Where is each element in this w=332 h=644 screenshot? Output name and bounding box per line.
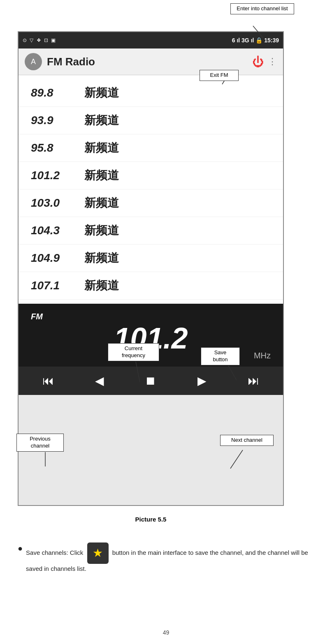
channel-item[interactable]: 89.8 新频道 bbox=[19, 79, 283, 107]
bullet-point: ● bbox=[18, 542, 23, 555]
channel-name: 新频道 bbox=[84, 168, 119, 183]
control-skip-back[interactable]: ⏮ bbox=[38, 374, 58, 388]
caption: Picture 5.5 bbox=[18, 516, 284, 523]
callout-previous-channel: Previouschannel bbox=[16, 434, 64, 452]
channel-freq: 95.8 bbox=[31, 141, 72, 155]
channel-item[interactable]: 93.9 新频道 bbox=[19, 107, 283, 134]
header-actions: ⏻ ⋮ bbox=[252, 55, 277, 69]
channel-name: 新频道 bbox=[84, 195, 119, 211]
status-bar-right: 6 ıl 3G ıl 🔒 15:39 bbox=[232, 37, 279, 44]
channel-item[interactable]: 107.1 新频道 bbox=[19, 272, 283, 300]
channel-freq: 104.9 bbox=[31, 252, 72, 265]
app-icon: A bbox=[25, 53, 42, 70]
status-bar: ⊙ ▽ ❖ ⊡ ▣ 6 ıl 3G ıl 🔒 15:39 bbox=[19, 32, 283, 48]
control-bar: ⏮◀⏹▶⏭ bbox=[19, 367, 283, 395]
channel-freq: 103.0 bbox=[31, 196, 72, 210]
control-skip-forward[interactable]: ⏭ bbox=[243, 374, 264, 388]
channel-item[interactable]: 103.0 新频道 bbox=[19, 189, 283, 217]
menu-button[interactable]: ⋮ bbox=[268, 56, 277, 67]
fm-label: FM bbox=[31, 312, 43, 321]
channel-name: 新频道 bbox=[84, 140, 119, 156]
control-next[interactable]: ▶ bbox=[192, 374, 212, 388]
callout-current-frequency: Currentfrequency bbox=[108, 343, 159, 361]
star-button-icon: ★ bbox=[87, 542, 109, 564]
channel-name: 新频道 bbox=[84, 278, 119, 293]
channel-name: 新频道 bbox=[84, 85, 119, 101]
app-header-left: A FM Radio bbox=[25, 53, 95, 70]
save-channels-text: Save channels: Click ★ button in the mai… bbox=[26, 542, 318, 574]
channel-freq: 93.9 bbox=[31, 114, 72, 127]
app-header: A FM Radio ⏻ ⋮ bbox=[19, 48, 283, 75]
channel-name: 新频道 bbox=[84, 113, 119, 128]
bottom-text-section: ● Save channels: Click ★ button in the m… bbox=[18, 542, 318, 574]
channel-list: 89.8 新频道 93.9 新频道 95.8 新频道 101.2 新频道 103… bbox=[19, 75, 283, 304]
status-icons: ⊙ ▽ ❖ ⊡ ▣ bbox=[23, 37, 56, 43]
channel-freq: 107.1 bbox=[31, 279, 72, 292]
channel-item[interactable]: 101.2 新频道 bbox=[19, 162, 283, 189]
status-bar-left: ⊙ ▽ ❖ ⊡ ▣ bbox=[23, 37, 56, 43]
channel-item[interactable]: 95.8 新频道 bbox=[19, 134, 283, 162]
control-stop[interactable]: ⏹ bbox=[140, 374, 161, 388]
channel-item[interactable]: 104.3 新频道 bbox=[19, 217, 283, 245]
channel-freq: 89.8 bbox=[31, 86, 72, 99]
control-prev[interactable]: ◀ bbox=[89, 374, 110, 388]
power-button[interactable]: ⏻ bbox=[252, 55, 264, 69]
callout-enter-channel-list: Enter into channel list bbox=[230, 3, 294, 14]
channel-freq: 101.2 bbox=[31, 169, 72, 182]
status-time: 6 ıl 3G ıl 🔒 15:39 bbox=[232, 37, 279, 44]
callout-exit-fm: Exit FM bbox=[200, 70, 239, 81]
page-number: 49 bbox=[0, 629, 332, 636]
channel-freq: 104.3 bbox=[31, 224, 72, 237]
app-title: FM Radio bbox=[47, 55, 95, 68]
fm-mhz: MHz bbox=[254, 351, 271, 360]
save-channels-bullet: ● Save channels: Click ★ button in the m… bbox=[18, 542, 318, 574]
callout-next-channel: Next channel bbox=[220, 435, 274, 446]
channel-name: 新频道 bbox=[84, 223, 119, 238]
callout-save-button: Savebutton bbox=[201, 347, 240, 365]
channel-name: 新频道 bbox=[84, 250, 119, 266]
channel-item[interactable]: 104.9 新频道 bbox=[19, 245, 283, 272]
